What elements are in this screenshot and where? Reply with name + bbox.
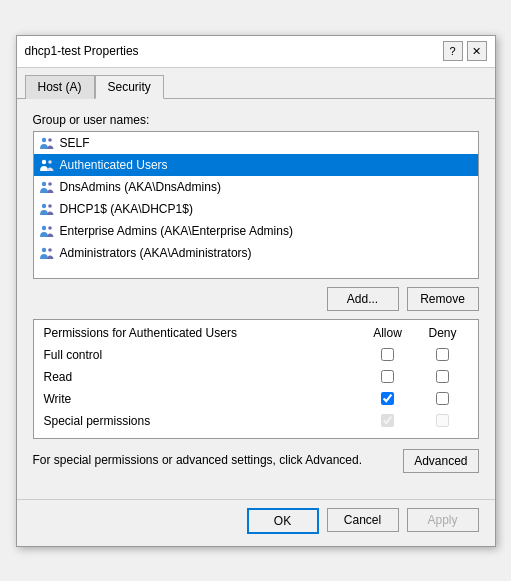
tab-host-a[interactable]: Host (A) <box>25 75 95 99</box>
svg-point-7 <box>48 204 52 208</box>
advanced-row: For special permissions or advanced sett… <box>33 449 479 473</box>
svg-point-2 <box>41 159 45 163</box>
dialog-title: dhcp1-test Properties <box>25 44 139 58</box>
user-group-icon <box>38 180 56 194</box>
user-item-label: Enterprise Admins (AKA\Enterprise Admins… <box>60 224 293 238</box>
user-list[interactable]: SELF Authenticated Users DnsAdmins (AKA\… <box>34 132 478 278</box>
user-item[interactable]: SELF <box>34 132 478 154</box>
allow-checkbox[interactable] <box>381 370 394 383</box>
user-item[interactable]: DHCP1$ (AKA\DHCP1$) <box>34 198 478 220</box>
add-button[interactable]: Add... <box>327 287 399 311</box>
svg-point-5 <box>48 182 52 186</box>
group-label: Group or user names: <box>33 113 479 127</box>
user-item[interactable]: DnsAdmins (AKA\DnsAdmins) <box>34 176 478 198</box>
user-item-label: DHCP1$ (AKA\DHCP1$) <box>60 202 193 216</box>
permission-name: Special permissions <box>44 414 358 428</box>
permissions-header: Permissions for Authenticated Users Allo… <box>44 326 468 340</box>
permission-name: Read <box>44 370 358 384</box>
advanced-text: For special permissions or advanced sett… <box>33 452 404 469</box>
title-bar-buttons: ? ✕ <box>443 41 487 61</box>
user-group-icon <box>38 202 56 216</box>
permissions-box: Permissions for Authenticated Users Allo… <box>33 319 479 439</box>
deny-checkbox-cell <box>418 392 468 405</box>
permission-rows: Full controlReadWriteSpecial permissions <box>44 344 468 432</box>
tab-security[interactable]: Security <box>95 75 164 99</box>
allow-checkbox-cell <box>358 414 418 427</box>
svg-point-6 <box>41 203 45 207</box>
deny-checkbox[interactable] <box>436 370 449 383</box>
ok-button[interactable]: OK <box>247 508 319 534</box>
tab-bar: Host (A) Security <box>17 68 495 99</box>
user-item-label: Authenticated Users <box>60 158 168 172</box>
deny-checkbox[interactable] <box>436 392 449 405</box>
svg-point-0 <box>41 137 45 141</box>
user-group-icon <box>38 136 56 150</box>
allow-checkbox[interactable] <box>381 392 394 405</box>
cancel-button[interactable]: Cancel <box>327 508 399 532</box>
deny-col-header: Deny <box>418 326 468 340</box>
svg-point-11 <box>48 248 52 252</box>
advanced-button[interactable]: Advanced <box>403 449 478 473</box>
deny-checkbox <box>436 414 449 427</box>
permission-row: Write <box>44 388 468 410</box>
properties-dialog: dhcp1-test Properties ? ✕ Host (A) Secur… <box>16 35 496 547</box>
deny-checkbox-cell <box>418 414 468 427</box>
deny-checkbox[interactable] <box>436 348 449 361</box>
close-button[interactable]: ✕ <box>467 41 487 61</box>
apply-button[interactable]: Apply <box>407 508 479 532</box>
permission-row: Full control <box>44 344 468 366</box>
permission-row: Read <box>44 366 468 388</box>
svg-point-4 <box>41 181 45 185</box>
permission-row: Special permissions <box>44 410 468 432</box>
user-group-icon <box>38 158 56 172</box>
svg-point-1 <box>48 138 52 142</box>
user-item-label: Administrators (AKA\Administrators) <box>60 246 252 260</box>
permission-name: Write <box>44 392 358 406</box>
bottom-buttons: OK Cancel Apply <box>17 499 495 546</box>
svg-point-3 <box>48 160 52 164</box>
deny-checkbox-cell <box>418 370 468 383</box>
add-remove-row: Add... Remove <box>33 287 479 311</box>
permission-name: Full control <box>44 348 358 362</box>
allow-checkbox <box>381 414 394 427</box>
allow-checkbox-cell <box>358 392 418 405</box>
user-group-icon <box>38 246 56 260</box>
svg-point-8 <box>41 225 45 229</box>
help-button[interactable]: ? <box>443 41 463 61</box>
svg-point-9 <box>48 226 52 230</box>
allow-checkbox-cell <box>358 348 418 361</box>
svg-point-10 <box>41 247 45 251</box>
user-item-label: DnsAdmins (AKA\DnsAdmins) <box>60 180 221 194</box>
user-item[interactable]: Authenticated Users <box>34 154 478 176</box>
user-item[interactable]: Administrators (AKA\Administrators) <box>34 242 478 264</box>
user-item-label: SELF <box>60 136 90 150</box>
permissions-for-label: Permissions for Authenticated Users <box>44 326 358 340</box>
user-item[interactable]: Enterprise Admins (AKA\Enterprise Admins… <box>34 220 478 242</box>
title-bar: dhcp1-test Properties ? ✕ <box>17 36 495 68</box>
tab-content: Group or user names: SELF Authenticated … <box>17 99 495 499</box>
user-list-container: SELF Authenticated Users DnsAdmins (AKA\… <box>33 131 479 279</box>
user-group-icon <box>38 224 56 238</box>
deny-checkbox-cell <box>418 348 468 361</box>
remove-button[interactable]: Remove <box>407 287 479 311</box>
allow-checkbox[interactable] <box>381 348 394 361</box>
allow-col-header: Allow <box>358 326 418 340</box>
allow-checkbox-cell <box>358 370 418 383</box>
